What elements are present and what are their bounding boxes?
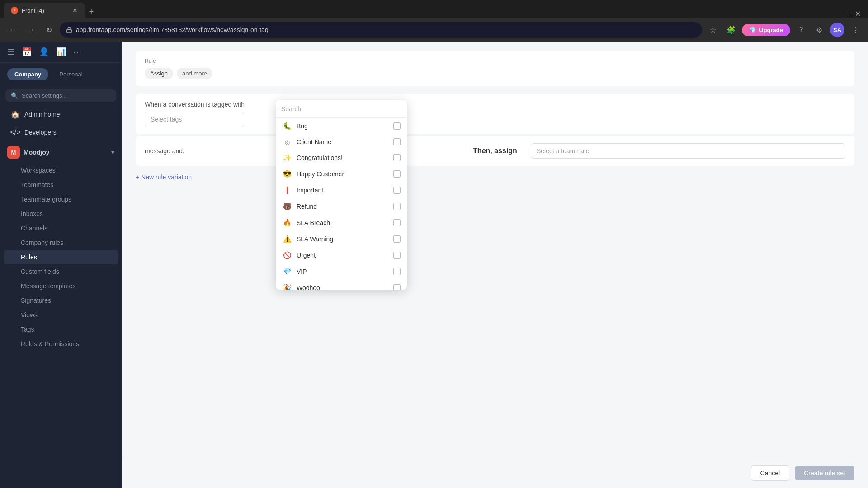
forward-button[interactable]: → — [24, 23, 38, 37]
list-item[interactable]: 💎 VIP — [276, 263, 407, 280]
conditions-section: When a conversation is tagged with Selec… — [136, 94, 854, 134]
menu-icon[interactable]: ⋮ — [848, 23, 863, 37]
list-item[interactable]: 🔥 SLA Breach — [276, 215, 407, 231]
list-item[interactable]: 😎 Happy Customer — [276, 166, 407, 182]
content-area: Rule Assign and more When a conversation… — [122, 42, 868, 458]
sla-breach-emoji: 🔥 — [282, 219, 292, 227]
client-checkbox[interactable] — [393, 138, 401, 145]
sidebar-search-container: 🔍 Search settings... — [0, 86, 122, 105]
address-bar[interactable]: app.frontapp.com/settings/tim:7858132/wo… — [60, 22, 702, 38]
browser-tabs: F Front (4) ✕ + ─ □ ✕ — [0, 0, 868, 18]
list-item[interactable]: ◎ Client Name — [276, 134, 407, 150]
dropdown-box: 🐛 Bug ◎ Client Name ✨ Congratulations! — [276, 100, 407, 290]
select-teammate-input[interactable]: Select a teammate — [531, 143, 845, 159]
window-max-icon[interactable]: □ — [848, 10, 852, 18]
window-min-icon[interactable]: ─ — [840, 10, 845, 18]
sidebar-item-teammates[interactable]: Teammates — [4, 178, 118, 192]
item-label: Urgent — [297, 252, 389, 259]
bookmark-icon[interactable]: ☆ — [706, 23, 720, 37]
item-label: Important — [297, 187, 389, 194]
urgent-emoji: 🚫 — [282, 251, 292, 259]
developers-label: Developers — [24, 129, 57, 136]
chart-icon[interactable]: 📊 — [56, 47, 66, 57]
sidebar-item-teammate-groups[interactable]: Teammate groups — [4, 192, 118, 206]
upgrade-button[interactable]: 💎 Upgrade — [742, 24, 790, 36]
extension-icon[interactable]: 🧩 — [724, 23, 738, 37]
tab-favicon: F — [11, 7, 18, 14]
group-avatar: M — [7, 146, 20, 159]
browser-chrome: F Front (4) ✕ + ─ □ ✕ ← → ↻ app.frontapp… — [0, 0, 868, 42]
happy-emoji: 😎 — [282, 170, 292, 178]
sidebar-item-roles-permissions[interactable]: Roles & Permissions — [4, 337, 118, 351]
inbox-icon[interactable]: ☰ — [7, 47, 14, 57]
sidebar-item-custom-fields[interactable]: Custom fields — [4, 264, 118, 279]
settings-icon[interactable]: ⚙ — [812, 23, 826, 37]
sidebar-item-rules[interactable]: Rules — [4, 250, 118, 264]
more-icon[interactable]: ⋯ — [73, 47, 81, 57]
lock-icon — [66, 27, 72, 33]
code-icon: </> — [11, 128, 20, 137]
active-tab[interactable]: F Front (4) ✕ — [4, 3, 85, 18]
list-item[interactable]: ⚠️ SLA Warning — [276, 231, 407, 247]
window-close-icon[interactable]: ✕ — [855, 9, 861, 18]
bug-checkbox[interactable] — [393, 122, 401, 130]
cancel-button[interactable]: Cancel — [751, 465, 790, 481]
contacts-icon[interactable]: 👤 — [39, 47, 49, 57]
sidebar-item-admin-home[interactable]: 🏠 Admin home — [4, 105, 118, 123]
company-tab[interactable]: Company — [7, 68, 48, 80]
new-rule-variation-link[interactable]: + New rule variation — [136, 174, 192, 181]
create-rule-button[interactable]: Create rule set — [795, 466, 854, 480]
close-tab-icon[interactable]: ✕ — [72, 7, 78, 14]
list-item[interactable]: ✨ Congratulations! — [276, 150, 407, 166]
sidebar-item-developers[interactable]: </> Developers — [4, 123, 118, 141]
search-placeholder: Search settings... — [22, 92, 67, 99]
reload-button[interactable]: ↻ — [42, 23, 56, 37]
group-name-label: Moodjoy — [24, 149, 108, 156]
message-assign-section: message and, Then, assign Select a teamm… — [136, 136, 854, 166]
sidebar-item-company-rules[interactable]: Company rules — [4, 235, 118, 250]
search-icon: 🔍 — [11, 92, 18, 99]
list-item[interactable]: 🚫 Urgent — [276, 247, 407, 263]
list-item[interactable]: 🐛 Bug — [276, 118, 407, 134]
important-checkbox[interactable] — [393, 187, 401, 194]
upgrade-diamond-icon: 💎 — [749, 27, 756, 33]
happy-checkbox[interactable] — [393, 170, 401, 178]
bug-emoji: 🐛 — [282, 122, 292, 130]
new-tab-button[interactable]: + — [85, 5, 98, 18]
vip-checkbox[interactable] — [393, 268, 401, 275]
sidebar-item-signatures[interactable]: Signatures — [4, 293, 118, 308]
refund-checkbox[interactable] — [393, 203, 401, 210]
sidebar-item-workspaces[interactable]: Workspaces — [4, 163, 118, 178]
and-more-button[interactable]: and more — [177, 68, 212, 79]
item-label: SLA Breach — [297, 219, 389, 226]
help-icon[interactable]: ? — [794, 23, 808, 37]
user-avatar[interactable]: SA — [830, 23, 844, 37]
woohoo-checkbox[interactable] — [393, 284, 401, 290]
calendar-icon[interactable]: 📅 — [22, 47, 32, 57]
rule-section: Rule Assign and more — [136, 51, 854, 86]
sla-breach-checkbox[interactable] — [393, 219, 401, 226]
sidebar-item-tags[interactable]: Tags — [4, 322, 118, 337]
personal-tab[interactable]: Personal — [52, 68, 90, 80]
congrats-checkbox[interactable] — [393, 154, 401, 161]
upgrade-label: Upgrade — [759, 27, 783, 33]
urgent-checkbox[interactable] — [393, 252, 401, 259]
sidebar-group-moodjoy[interactable]: M Moodjoy ▾ — [0, 141, 122, 163]
sidebar-item-channels[interactable]: Channels — [4, 221, 118, 235]
sidebar-item-views[interactable]: Views — [4, 308, 118, 322]
back-button[interactable]: ← — [5, 23, 20, 37]
sidebar-item-inboxes[interactable]: Inboxes — [4, 206, 118, 221]
select-tags-input[interactable]: Select tags — [145, 112, 244, 127]
sidebar-sub-items: Workspaces Teammates Teammate groups Inb… — [0, 163, 122, 351]
chevron-down-icon: ▾ — [111, 149, 114, 156]
item-label: Congratulations! — [297, 154, 389, 161]
sla-warning-checkbox[interactable] — [393, 235, 401, 243]
sidebar-item-message-templates[interactable]: Message templates — [4, 279, 118, 293]
url-text: app.frontapp.com/settings/tim:7858132/wo… — [76, 26, 269, 33]
sidebar-search[interactable]: 🔍 Search settings... — [5, 89, 116, 102]
list-item[interactable]: 🎉 Woohoo! — [276, 280, 407, 290]
dropdown-search-input[interactable] — [281, 105, 401, 113]
list-item[interactable]: ❗ Important — [276, 182, 407, 198]
admin-home-label: Admin home — [24, 111, 60, 118]
list-item[interactable]: 🐻 Refund — [276, 198, 407, 215]
